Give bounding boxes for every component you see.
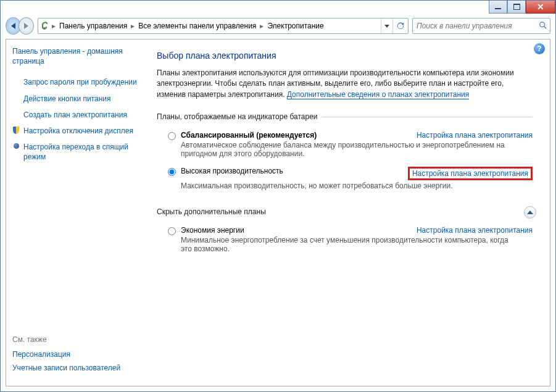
minimize-button[interactable] xyxy=(489,1,507,14)
plan-high-perf-radio[interactable] xyxy=(168,168,176,176)
intro-text: Планы электропитания используются для оп… xyxy=(157,68,515,100)
plan-high-perf-title[interactable]: Высокая производительность xyxy=(181,167,283,175)
breadcrumb-item[interactable]: Панель управления xyxy=(57,19,130,33)
highlight-box: Настройка плана электропитания xyxy=(408,167,533,180)
titlebar-buttons: ✕ xyxy=(489,1,555,14)
see-also-header: См. также xyxy=(12,333,142,348)
power-icon xyxy=(38,21,51,31)
sidebar-link-require-password[interactable]: Запрос пароля при пробуждении xyxy=(23,75,139,89)
plan-power-saver-desc: Минимальное энергопотребление за счет ум… xyxy=(181,235,514,257)
chevron-up-icon xyxy=(527,211,533,214)
search-input[interactable] xyxy=(415,21,539,31)
plan-power-saver-title[interactable]: Экономия энергии xyxy=(181,226,244,235)
plan-high-perf: Высокая производительность Настройка пла… xyxy=(157,163,533,195)
plan-group-extra: Скрыть дополнительные планы Экономия эне… xyxy=(157,207,533,258)
sidebar-link-sleep[interactable]: Настройка перехода в спящий режим xyxy=(23,140,142,164)
svg-point-1 xyxy=(540,22,545,27)
plan-high-perf-change-link[interactable]: Настройка плана электропитания xyxy=(412,169,528,178)
collapse-button[interactable] xyxy=(524,206,536,219)
sidebar-link-create-plan[interactable]: Создать план электропитания xyxy=(23,108,130,122)
plan-balanced-desc: Автоматическое соблюдение баланса между … xyxy=(181,140,514,162)
plan-balanced-title[interactable]: Сбалансированный (рекомендуется) xyxy=(181,131,317,140)
window-frame: ✕ ▸ Панель управления ▸ Все элементы пан… xyxy=(0,0,556,392)
content-area: Панель управления - домашняя страница За… xyxy=(6,39,550,386)
plan-balanced-change-link[interactable]: Настройка плана электропитания xyxy=(417,131,533,140)
svg-line-2 xyxy=(544,26,547,28)
address-history-dropdown[interactable] xyxy=(381,19,392,33)
search-box[interactable] xyxy=(412,18,550,34)
dot-icon xyxy=(12,140,20,149)
plan-power-saver-change-link[interactable]: Настройка плана электропитания xyxy=(417,226,533,235)
see-also-user-accounts[interactable]: Учетные записи пользователей xyxy=(12,361,142,375)
help-icon[interactable]: ? xyxy=(534,43,545,54)
page-title: Выбор плана электропитания xyxy=(157,51,533,60)
nav-back-forward xyxy=(6,17,34,35)
plan-balanced: Сбалансированный (рекомендуется) Настрой… xyxy=(157,127,533,163)
main-panel: ? Выбор плана электропитания Планы элект… xyxy=(142,40,550,386)
breadcrumb-item[interactable]: Электропитание xyxy=(265,19,326,33)
plan-power-saver: Экономия энергии Настройка плана электро… xyxy=(157,222,533,258)
maximize-button[interactable] xyxy=(507,1,526,14)
sidebar-link-power-button[interactable]: Действие кнопки питания xyxy=(23,92,114,106)
plan-group-shown-legend: Планы, отображаемые на индикаторе батаре… xyxy=(157,112,322,121)
plan-balanced-radio[interactable] xyxy=(168,132,176,140)
plan-power-saver-radio[interactable] xyxy=(168,227,176,235)
plan-group-shown: Планы, отображаемые на индикаторе батаре… xyxy=(157,112,533,195)
refresh-button[interactable] xyxy=(392,19,408,33)
breadcrumb-item[interactable]: Все элементы панели управления xyxy=(136,19,259,33)
navigation-bar: ▸ Панель управления ▸ Все элементы панел… xyxy=(6,17,550,35)
shield-icon xyxy=(12,124,20,134)
plan-group-extra-legend[interactable]: Скрыть дополнительные планы xyxy=(157,207,266,216)
see-also: См. также Персонализация Учетные записи … xyxy=(12,333,142,381)
forward-button[interactable] xyxy=(19,17,34,35)
address-bar[interactable]: ▸ Панель управления ▸ Все элементы панел… xyxy=(38,18,409,34)
search-icon[interactable] xyxy=(539,21,547,31)
see-also-personalization[interactable]: Персонализация xyxy=(12,348,142,361)
close-button[interactable]: ✕ xyxy=(526,1,555,14)
plan-high-perf-desc: Максимальная производительность, но може… xyxy=(181,180,514,194)
svg-rect-0 xyxy=(44,27,46,30)
sidebar-link-display-off[interactable]: Настройка отключения дисплея xyxy=(23,124,136,138)
more-info-link[interactable]: Дополнительные сведения о планах электро… xyxy=(287,90,469,99)
control-panel-home-link[interactable]: Панель управления - домашняя страница xyxy=(12,44,142,68)
sidebar: Панель управления - домашняя страница За… xyxy=(6,40,142,386)
